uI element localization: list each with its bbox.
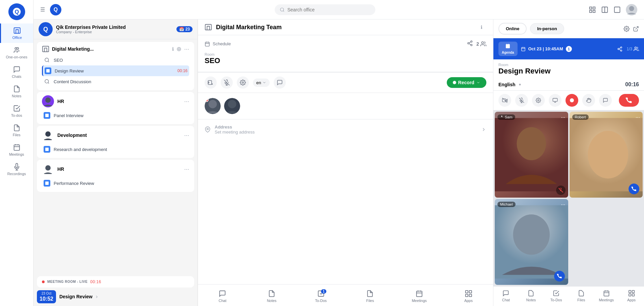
michael-more[interactable]: ···: [561, 202, 565, 208]
user-avatar[interactable]: [626, 4, 637, 15]
lang-settings-icon: [518, 82, 522, 87]
svg-point-4: [17, 48, 19, 50]
sidebar-item-office[interactable]: Office: [0, 23, 33, 43]
robert-more[interactable]: ···: [636, 114, 640, 120]
right-tab-files[interactable]: Files: [569, 287, 594, 306]
svg-rect-96: [632, 294, 634, 296]
hamburger-menu[interactable]: ☰: [40, 6, 45, 13]
svg-point-40: [471, 44, 472, 46]
sidebar-item-recordings[interactable]: Recordings: [0, 160, 33, 179]
language-selector[interactable]: en: [253, 79, 270, 87]
lang-selector[interactable]: English: [498, 82, 522, 87]
svg-rect-64: [521, 47, 525, 51]
mic-off-btn[interactable]: [221, 76, 233, 89]
end-call-button[interactable]: [619, 94, 639, 107]
room-research[interactable]: Research and development: [42, 144, 189, 155]
add-icon[interactable]: ⊕: [176, 45, 181, 53]
digital-marketing-group: Digital Marketing... ℹ ⊕ ··· SEO Des: [37, 42, 194, 90]
share-button[interactable]: [467, 40, 473, 47]
room-seo-name: SEO: [54, 58, 187, 63]
room-panel-interview[interactable]: Panel Interview: [42, 110, 189, 121]
right-tab-chat[interactable]: Chat: [493, 287, 519, 306]
right-tab-apps[interactable]: Apps: [619, 287, 644, 306]
todos-badge: 1: [321, 289, 326, 294]
hr-group-more-2[interactable]: ···: [184, 166, 189, 173]
robert-call-icon[interactable]: [629, 184, 639, 194]
call-mic-btn[interactable]: [515, 94, 528, 107]
svg-rect-11: [43, 46, 49, 52]
svg-rect-56: [466, 294, 468, 297]
right-tab-meetings[interactable]: Meetings: [594, 287, 619, 306]
meeting-chevron[interactable]: ›: [96, 294, 98, 300]
sidebar-item-one-on-ones[interactable]: One-on-ones: [0, 43, 33, 62]
tab-chat[interactable]: Chat: [198, 287, 247, 306]
rp-expand-icon[interactable]: [633, 26, 639, 32]
bottom-meeting-bar: MEETING ROOM - LIVE 00:16 23 Oct 10:52 D…: [34, 273, 198, 306]
sidebar-item-chats[interactable]: Chats: [0, 62, 33, 82]
right-tab-todos[interactable]: To-Dos: [544, 287, 569, 306]
call-video-btn[interactable]: [498, 94, 511, 107]
group-development: Development ··· Research and development: [37, 126, 194, 158]
svg-rect-89: [604, 291, 609, 296]
address-section[interactable]: Address Set meeting address: [198, 119, 493, 140]
notification-badge[interactable]: 📅 23: [176, 26, 193, 32]
call-chat-btn[interactable]: [599, 94, 612, 107]
participants-area: [198, 93, 493, 119]
grid-view-icon[interactable]: [589, 6, 596, 13]
svg-rect-26: [593, 7, 595, 9]
tab-apps[interactable]: Apps: [444, 287, 493, 306]
title-info-icon[interactable]: ℹ: [481, 24, 482, 30]
svg-line-84: [558, 188, 563, 193]
main-bottom-tabs: Chat Notes To-Dos 1 Files Meetings Apps: [198, 284, 493, 306]
meeting-details: 23 Oct 10:52 Design Review ›: [37, 288, 194, 303]
meeting-live-card[interactable]: MEETING ROOM - LIVE 00:16: [37, 276, 194, 288]
rp-settings-icon[interactable]: [624, 26, 630, 32]
room-design-name: Design Review: [55, 68, 174, 73]
tab-notes[interactable]: Notes: [247, 287, 297, 306]
settings-btn[interactable]: [237, 76, 249, 89]
address-content: Address Set meeting address: [215, 124, 477, 135]
inperson-button[interactable]: In-person: [530, 23, 564, 34]
room-content-discussion[interactable]: Content Discussion: [42, 76, 189, 87]
search-input[interactable]: [287, 7, 370, 12]
hr-group-more-1[interactable]: ···: [184, 98, 189, 105]
michael-call-icon[interactable]: [554, 271, 565, 282]
more-icon[interactable]: ···: [184, 46, 189, 53]
top-bar: ☰ Q: [34, 0, 644, 19]
online-button[interactable]: Online: [498, 23, 527, 35]
call-screen-btn[interactable]: [549, 94, 561, 107]
call-hand-btn[interactable]: [582, 94, 595, 107]
room-performance-review[interactable]: Performance Review: [42, 178, 189, 189]
search-icon: [280, 7, 285, 12]
tab-files[interactable]: Files: [345, 287, 395, 306]
schedule-icon: [205, 41, 210, 47]
hr-group-name-2: HR: [57, 166, 181, 172]
tab-meetings[interactable]: Meetings: [395, 287, 444, 306]
call-record-btn[interactable]: [566, 94, 578, 107]
video-off-btn[interactable]: [205, 76, 217, 89]
room-design-review[interactable]: Design Review 00:16: [42, 65, 189, 76]
record-button[interactable]: Record: [447, 77, 486, 88]
agenda-share-icon[interactable]: [617, 46, 623, 52]
sidebar-item-notes[interactable]: Notes: [0, 82, 33, 101]
address-chevron-icon: [481, 127, 486, 132]
sidebar-item-files[interactable]: Files: [0, 121, 33, 140]
sidebar-item-todos[interactable]: To-dos: [0, 101, 33, 121]
dev-group-more[interactable]: ···: [184, 132, 189, 139]
right-tab-notes[interactable]: Notes: [519, 287, 544, 306]
transcript-btn[interactable]: [274, 76, 286, 89]
info-icon[interactable]: ℹ: [172, 46, 174, 52]
agenda-people-icon: [634, 46, 639, 52]
company-info: Qik Enterprises Private Limited Company …: [56, 24, 126, 34]
window-icon[interactable]: [613, 6, 621, 13]
company-header: Q Qik Enterprises Private Limited Compan…: [34, 19, 198, 39]
meeting-live-label: MEETING ROOM - LIVE 00:16: [42, 279, 101, 284]
split-view-icon[interactable]: [601, 6, 608, 13]
tab-todos[interactable]: To-Dos 1: [296, 287, 345, 306]
call-settings-btn[interactable]: [532, 94, 545, 107]
svg-line-13: [48, 61, 49, 62]
sidebar-item-meetings[interactable]: Meetings: [0, 140, 33, 160]
room-seo[interactable]: SEO: [42, 55, 189, 65]
live-dot: [42, 280, 45, 283]
sam-more[interactable]: ···: [561, 114, 565, 120]
